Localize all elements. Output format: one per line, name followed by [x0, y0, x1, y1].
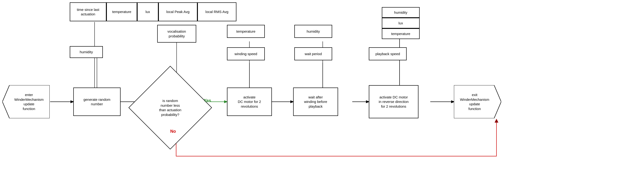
vocalisation-box: vocalisation probability [157, 25, 196, 43]
temperature-top-box: temperature [106, 2, 137, 21]
no-text: No [170, 129, 176, 134]
time-since-label: time since last actuation [77, 7, 99, 17]
local-peak-box: local Peak Avg [158, 2, 198, 21]
humidity-right-top-box: humidity [382, 7, 420, 18]
exit-label: exit WinderMechanism update function [460, 93, 489, 111]
enter-chevron: enter WinderMechanism update function [2, 85, 50, 118]
activate-reverse-label: activate DC motor in reverse direction f… [379, 95, 409, 109]
wait-period-label: wait period [305, 52, 322, 56]
no-label: No [170, 129, 176, 134]
temperature-right-label: temperature [391, 32, 410, 36]
humidity-mid-label: humidity [307, 29, 320, 34]
winding-speed-label: winding speed [234, 52, 257, 56]
temperature-right-box: temperature [382, 28, 420, 39]
humidity-right-top-label: humidity [394, 10, 407, 15]
yes-text: Yes [204, 98, 211, 103]
lux-right-box: lux [382, 18, 420, 28]
temperature-mid-label: temperature [236, 29, 256, 34]
humidity-left-label: humidity [80, 50, 93, 54]
lux-right-label: lux [398, 21, 403, 26]
playback-speed-box: playback speed [369, 47, 407, 60]
winding-speed-box: winding speed [227, 47, 265, 60]
humidity-mid-box: humidity [294, 25, 332, 38]
activate-dc-box: activate DC motor for 2 revolutions [227, 88, 272, 116]
local-rms-box: local RMS Avg [198, 2, 236, 21]
exit-chevron: exit WinderMechanism update function [454, 85, 501, 118]
lux-top-label: lux [146, 10, 150, 14]
wait-after-box: wait after winding before playback [293, 88, 338, 116]
vocalisation-label: vocalisation probability [168, 29, 186, 38]
time-since-box: time since last actuation [70, 2, 106, 21]
humidity-left-box: humidity [70, 46, 103, 58]
generate-random-label: generate random number [84, 97, 110, 106]
activate-reverse-box: activate DC motor in reverse direction f… [369, 85, 418, 118]
flowchart: time since last actuation temperature lu… [0, 0, 644, 181]
local-peak-label: local Peak Avg [166, 10, 189, 14]
decision-diamond: is random number less than actuation pro… [141, 78, 200, 137]
lux-top-box: lux [137, 2, 158, 21]
yes-label: Yes [204, 98, 211, 103]
temperature-top-label: temperature [112, 10, 132, 14]
enter-label: enter WinderMechanism update function [14, 93, 44, 111]
decision-text: is random number less than actuation pro… [159, 98, 181, 117]
wait-period-box: wait period [294, 47, 332, 60]
wait-after-label: wait after winding before playback [304, 95, 327, 109]
local-rms-label: local RMS Avg [206, 10, 228, 14]
temperature-mid-box: temperature [227, 25, 265, 38]
generate-random-box: generate random number [73, 88, 120, 116]
playback-speed-label: playback speed [376, 52, 400, 56]
activate-dc-label: activate DC motor for 2 revolutions [238, 95, 261, 109]
